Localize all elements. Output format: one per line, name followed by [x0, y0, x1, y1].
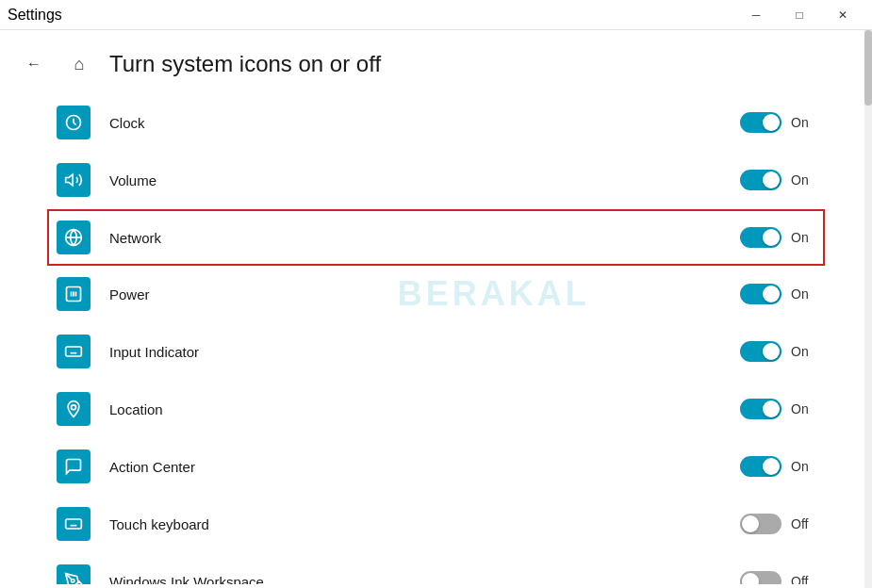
title-bar-controls: ─ □ ✕: [734, 0, 864, 30]
back-button[interactable]: ←: [19, 49, 49, 79]
setting-row-network: Network On: [47, 209, 825, 266]
toggle-clock[interactable]: [740, 112, 782, 133]
toggle-knob-location: [763, 400, 780, 417]
keyboard-icon: [57, 507, 90, 541]
setting-label-clock: Clock: [109, 115, 740, 131]
action-center-icon: [57, 449, 90, 483]
setting-label-touch-keyboard: Touch keyboard: [109, 516, 740, 532]
setting-label-location: Location: [109, 401, 740, 417]
location-icon: [57, 392, 90, 426]
title-bar-title: Settings: [8, 7, 62, 24]
setting-label-input-indicator: Input Indicator: [109, 344, 740, 360]
setting-row-clock: Clock On: [57, 94, 815, 152]
title-bar: Settings ─ □ ✕: [0, 0, 872, 30]
setting-label-windows-ink: Windows Ink Workspace: [109, 574, 740, 585]
toggle-knob-input-indicator: [763, 343, 780, 360]
close-button[interactable]: ✕: [821, 0, 864, 30]
toggle-label-network: On: [791, 230, 814, 245]
toggle-knob-volume: [763, 172, 780, 188]
svg-marker-1: [66, 174, 74, 186]
page-header: ← ⌂ Turn system icons on or off: [0, 30, 872, 94]
toggle-area-clock: On: [740, 112, 815, 133]
scrollbar[interactable]: [864, 30, 872, 588]
toggle-label-input-indicator: On: [791, 344, 814, 359]
setting-label-volume: Volume: [109, 172, 740, 188]
toggle-power[interactable]: [740, 284, 782, 304]
content-area: Clock On Volume On: [0, 94, 872, 584]
toggle-label-action-center: On: [791, 459, 814, 474]
setting-row-location: Location On: [57, 381, 815, 438]
title-bar-left: Settings: [8, 7, 62, 24]
setting-label-network: Network: [109, 230, 740, 246]
svg-rect-8: [66, 347, 82, 356]
keyboard-icon: [57, 335, 90, 368]
toggle-action-center[interactable]: [740, 456, 782, 477]
toggle-knob-clock: [763, 114, 780, 131]
toggle-knob-windows-ink: [742, 573, 759, 584]
network-icon: [57, 220, 90, 254]
toggle-touch-keyboard[interactable]: [740, 514, 782, 534]
page-title: Turn system icons on or off: [109, 51, 381, 77]
maximize-button[interactable]: □: [778, 0, 821, 30]
toggle-area-power: On: [740, 284, 815, 304]
toggle-input-indicator[interactable]: [740, 341, 782, 362]
toggle-label-power: On: [791, 286, 814, 302]
setting-label-action-center: Action Center: [109, 459, 740, 475]
toggle-label-windows-ink: Off: [791, 574, 814, 584]
setting-row-touch-keyboard: Touch keyboard Off: [57, 496, 815, 553]
toggle-area-input-indicator: On: [740, 341, 815, 362]
svg-point-21: [72, 580, 74, 582]
toggle-windows-ink[interactable]: [740, 571, 782, 584]
toggle-knob-power: [763, 286, 780, 302]
toggle-label-clock: On: [791, 115, 814, 130]
setting-row-input-indicator: Input Indicator On: [57, 323, 815, 381]
setting-row-volume: Volume On: [57, 152, 815, 209]
toggle-area-volume: On: [740, 170, 815, 190]
toggle-area-windows-ink: Off: [740, 571, 815, 584]
toggle-label-volume: On: [791, 172, 814, 188]
toggle-knob-action-center: [763, 458, 780, 475]
scrollbar-thumb[interactable]: [864, 30, 872, 106]
setting-row-windows-ink: Windows Ink Workspace Off: [57, 553, 815, 584]
toggle-area-location: On: [740, 399, 815, 419]
ink-icon: [57, 564, 90, 584]
toggle-network[interactable]: [740, 227, 782, 248]
toggle-location[interactable]: [740, 399, 782, 419]
toggle-volume[interactable]: [740, 170, 782, 190]
minimize-button[interactable]: ─: [734, 0, 778, 30]
toggle-label-location: On: [791, 401, 814, 416]
svg-rect-15: [66, 519, 82, 529]
toggle-label-touch-keyboard: Off: [791, 516, 814, 531]
setting-label-power: Power: [109, 286, 740, 302]
setting-row-action-center: Action Center On: [57, 438, 815, 496]
toggle-knob-network: [763, 229, 780, 246]
clock-icon: [57, 106, 90, 139]
toggle-area-action-center: On: [740, 456, 815, 477]
toggle-area-touch-keyboard: Off: [740, 514, 815, 534]
volume-icon: [57, 163, 90, 197]
toggle-knob-touch-keyboard: [742, 515, 759, 532]
home-button[interactable]: ⌂: [64, 49, 94, 79]
toggle-area-network: On: [740, 227, 815, 248]
svg-point-14: [72, 405, 76, 410]
power-icon: [57, 277, 90, 311]
setting-row-power: Power On: [57, 266, 815, 323]
